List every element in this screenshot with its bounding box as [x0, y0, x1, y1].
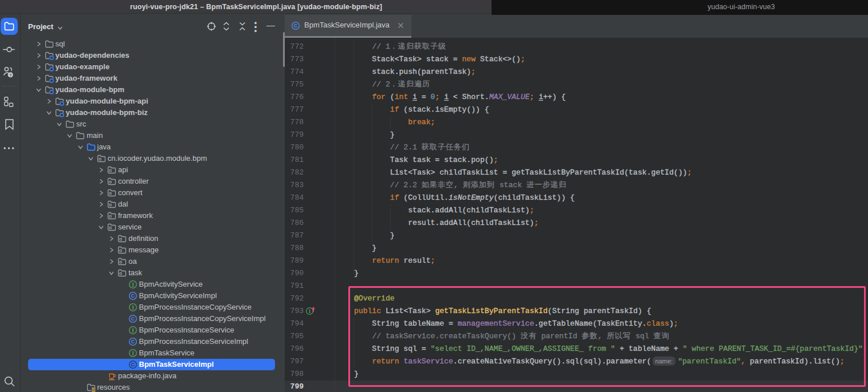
- svg-text:I: I: [132, 305, 134, 311]
- svg-text:C: C: [131, 362, 135, 367]
- svg-text:I: I: [132, 328, 134, 334]
- svg-text:I: I: [132, 351, 134, 357]
- svg-text:?: ?: [9, 72, 12, 77]
- svg-text:C: C: [131, 293, 135, 299]
- svg-text:I: I: [132, 282, 134, 288]
- svg-text:C: C: [131, 316, 135, 322]
- svg-text:C: C: [294, 23, 298, 29]
- svg-text:I: I: [308, 308, 311, 314]
- svg-text:C: C: [131, 339, 135, 345]
